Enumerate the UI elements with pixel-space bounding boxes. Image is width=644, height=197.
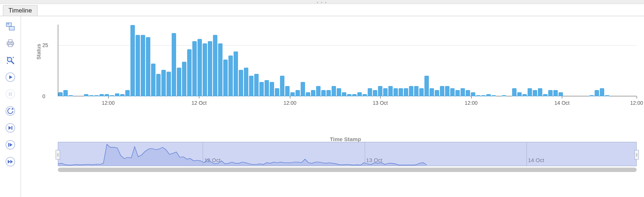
chart-bar	[290, 92, 295, 96]
chart-bar	[218, 43, 223, 96]
x-tick-label: 12:00	[465, 100, 477, 106]
plot-area[interactable]: 12:0012 Oct12:0013 Oct12:0014 Oct12:00	[58, 23, 637, 96]
chart-bar	[466, 90, 470, 96]
play-icon	[5, 72, 15, 82]
chart-bar	[244, 68, 248, 96]
chart-bar	[280, 76, 284, 96]
play-button[interactable]	[4, 71, 17, 84]
refresh-button[interactable]	[4, 104, 17, 118]
chart-bar	[419, 88, 424, 96]
chart-bar	[141, 35, 145, 96]
chart-bar	[430, 88, 434, 96]
chart-bar	[471, 92, 475, 96]
chart-bar	[295, 90, 300, 96]
chart-bar	[58, 92, 63, 96]
zoom-icon	[5, 55, 15, 65]
chart-bar	[167, 72, 171, 96]
chart-bar	[249, 76, 253, 96]
chart-bar	[383, 88, 388, 96]
chart-bar	[254, 74, 259, 96]
svg-rect-13	[9, 92, 10, 96]
fast-forward-button[interactable]	[4, 155, 17, 168]
chart-bar	[321, 90, 326, 96]
chart-bar	[342, 92, 346, 96]
tab-strip: Timeline	[0, 4, 644, 16]
chart-bar	[450, 88, 455, 96]
svg-rect-4	[8, 44, 12, 47]
chart-bar	[440, 86, 444, 96]
zoom-button[interactable]	[4, 54, 17, 67]
chart-bar	[115, 93, 119, 96]
chart-bar	[559, 92, 563, 96]
chart-bar	[553, 90, 558, 96]
x-tick-label: 12 Oct	[192, 100, 207, 106]
y-axis-label: Status	[36, 44, 42, 60]
svg-point-15	[6, 107, 15, 115]
chart-bar	[265, 80, 269, 96]
x-tick-mark	[637, 96, 637, 98]
x-axis-label: Time Stamp	[54, 136, 637, 142]
step-forward-icon	[5, 123, 15, 133]
chart-bar	[208, 41, 212, 96]
chart-bar	[239, 70, 243, 96]
x-tick-label: 14 Oct	[554, 100, 570, 106]
chart-bar	[393, 88, 398, 96]
step-continuous-icon	[5, 140, 15, 150]
top-divider: ● ● ●	[0, 0, 644, 4]
x-tick-mark	[199, 96, 199, 98]
x-tick-label: 12:00	[102, 100, 115, 106]
chart-bar	[533, 90, 537, 96]
screenshot-button[interactable]	[4, 20, 17, 33]
svg-rect-14	[11, 92, 12, 96]
step-continuous-button[interactable]	[4, 138, 17, 151]
chart-bar	[146, 37, 150, 96]
pause-button[interactable]	[4, 87, 17, 101]
tab-timeline[interactable]: Timeline	[3, 5, 38, 16]
overview-gridline	[365, 142, 365, 166]
svg-rect-19	[11, 126, 13, 130]
overview-strip[interactable]: 12 Oct13 Oct14 Oct || ||	[58, 142, 637, 165]
step-forward-button[interactable]	[4, 121, 17, 135]
chart-bar	[63, 90, 68, 96]
chart-bar	[125, 90, 130, 96]
overview-handle-right[interactable]: ||	[634, 150, 639, 160]
chart-bar	[548, 90, 553, 96]
print-button[interactable]	[4, 37, 17, 50]
svg-rect-21	[8, 143, 9, 147]
chart-bar	[445, 86, 449, 96]
chart-bar	[130, 25, 135, 96]
svg-point-12	[6, 90, 15, 98]
overview-handle-left[interactable]: ||	[56, 150, 60, 160]
svg-point-9	[7, 63, 8, 64]
chart-bar	[378, 86, 382, 96]
chart-bar	[187, 49, 192, 96]
chart-bar	[337, 88, 341, 96]
chart-bar	[223, 60, 228, 96]
x-tick-mark	[290, 96, 290, 98]
chart-bar	[234, 51, 238, 96]
chart-bar	[595, 90, 599, 96]
chart-bar	[197, 39, 202, 96]
chart-bar	[161, 70, 166, 96]
x-tick-label: 13 Oct	[372, 100, 388, 106]
horizontal-scrollbar[interactable]	[58, 168, 637, 172]
chart-bar	[192, 41, 197, 96]
chart-bar	[528, 88, 532, 96]
chart-bar	[373, 90, 377, 96]
chart-bar	[388, 86, 393, 96]
x-tick-mark	[108, 96, 109, 98]
chart-bar	[259, 82, 264, 96]
chart-bar	[600, 88, 604, 96]
svg-rect-3	[8, 40, 12, 42]
drag-grip-icon: ● ● ●	[317, 1, 328, 4]
overview-gridline	[203, 142, 203, 166]
svg-line-6	[11, 61, 14, 64]
chart-bar	[177, 68, 181, 96]
chart-bar	[285, 86, 290, 96]
chart-bar	[326, 90, 331, 96]
overview-tick-label: 12 Oct	[204, 157, 220, 163]
chart-bar	[461, 88, 465, 96]
chart-bar	[182, 62, 186, 96]
chart-bar	[270, 82, 274, 96]
chart-bar	[306, 92, 310, 96]
